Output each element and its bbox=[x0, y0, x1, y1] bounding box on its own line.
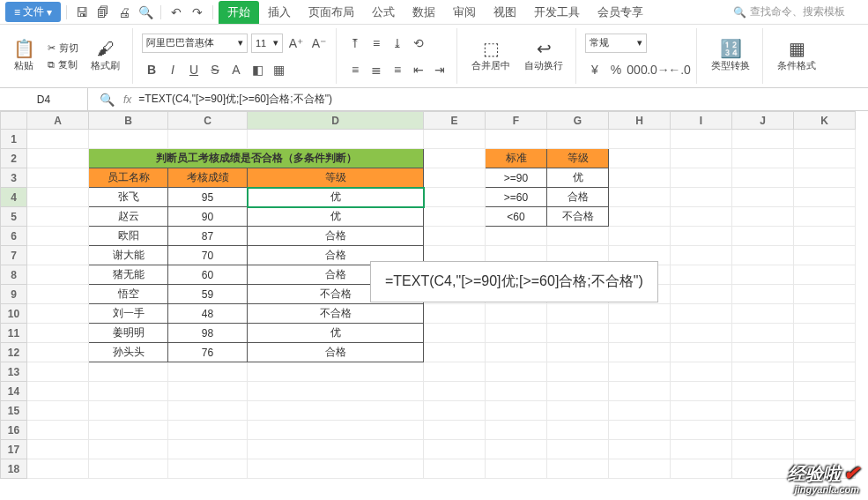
spreadsheet-grid[interactable]: ABCDEFGHIJK12判断员工考核成绩是否合格（多条件判断）标准等级3员工名… bbox=[0, 111, 868, 500]
cell-A18[interactable] bbox=[27, 459, 89, 479]
tab-6[interactable]: 视图 bbox=[485, 1, 525, 24]
cell-K1[interactable] bbox=[794, 130, 856, 149]
cell-A14[interactable] bbox=[27, 382, 89, 401]
align-bottom-icon[interactable]: ⤓ bbox=[388, 34, 407, 53]
cell-E4[interactable] bbox=[424, 188, 486, 207]
font-name-select[interactable]: 阿里巴巴普惠体▾ bbox=[142, 34, 248, 53]
cell-F4[interactable]: >=60 bbox=[486, 188, 547, 207]
cell-A8[interactable] bbox=[27, 265, 89, 285]
format-painter-button[interactable]: 🖌 格式刷 bbox=[85, 38, 125, 74]
cell-I9[interactable] bbox=[671, 285, 732, 304]
row-header-14[interactable]: 14 bbox=[1, 382, 27, 401]
cell-G4[interactable]: 合格 bbox=[547, 188, 609, 207]
paste-button[interactable]: 📋 粘贴 bbox=[7, 38, 41, 74]
cell-C1[interactable] bbox=[168, 130, 248, 149]
cell-C7[interactable]: 70 bbox=[168, 246, 248, 265]
file-menu[interactable]: ≡ 文件 ▾ bbox=[5, 2, 61, 22]
save-as-icon[interactable]: 🗐 bbox=[93, 3, 113, 22]
cell-K17[interactable] bbox=[794, 440, 856, 459]
cell-J7[interactable] bbox=[732, 246, 794, 265]
comma-icon[interactable]: 000 bbox=[627, 60, 647, 79]
cell-D6[interactable]: 合格 bbox=[248, 227, 424, 246]
cell-B5[interactable]: 赵云 bbox=[89, 207, 168, 227]
cell-G13[interactable] bbox=[547, 362, 609, 382]
cell-I1[interactable] bbox=[671, 130, 732, 149]
cell-I8[interactable] bbox=[671, 265, 732, 285]
cell-K10[interactable] bbox=[794, 304, 856, 324]
cell-H15[interactable] bbox=[609, 401, 671, 421]
select-all-corner[interactable] bbox=[1, 112, 27, 130]
cell-G16[interactable] bbox=[547, 421, 609, 440]
cell-B17[interactable] bbox=[89, 440, 168, 459]
cell-A7[interactable] bbox=[27, 246, 89, 265]
cell-G14[interactable] bbox=[547, 382, 609, 401]
font-size-select[interactable]: 11▾ bbox=[251, 34, 283, 53]
cell-B8[interactable]: 猪无能 bbox=[89, 265, 168, 285]
cut-button[interactable]: ✂剪切 bbox=[44, 41, 82, 56]
indent-inc-icon[interactable]: ⇥ bbox=[430, 60, 449, 79]
row-header-11[interactable]: 11 bbox=[1, 324, 27, 343]
cell-I10[interactable] bbox=[671, 304, 732, 324]
cell-A16[interactable] bbox=[27, 421, 89, 440]
percent-icon[interactable]: % bbox=[606, 60, 626, 79]
cell-B15[interactable] bbox=[89, 401, 168, 421]
cell-H4[interactable] bbox=[609, 188, 671, 207]
cell-D13[interactable] bbox=[248, 362, 424, 382]
cell-H17[interactable] bbox=[609, 440, 671, 459]
row-header-7[interactable]: 7 bbox=[1, 246, 27, 265]
inc-decimal-icon[interactable]: .0→ bbox=[649, 60, 668, 79]
cell-C4[interactable]: 95 bbox=[168, 188, 248, 207]
cell-E14[interactable] bbox=[424, 382, 486, 401]
cell-J10[interactable] bbox=[732, 304, 794, 324]
col-header-B[interactable]: B bbox=[89, 112, 168, 130]
cell-J4[interactable] bbox=[732, 188, 794, 207]
cell-K7[interactable] bbox=[794, 246, 856, 265]
cell-B10[interactable]: 刘一手 bbox=[89, 304, 168, 324]
cell-F10[interactable] bbox=[486, 304, 547, 324]
cell-C12[interactable]: 76 bbox=[168, 343, 248, 362]
cell-A17[interactable] bbox=[27, 440, 89, 459]
col-header-I[interactable]: I bbox=[671, 112, 732, 130]
cell-F14[interactable] bbox=[486, 382, 547, 401]
cell-K6[interactable] bbox=[794, 227, 856, 246]
cell-D14[interactable] bbox=[248, 382, 424, 401]
cell-A6[interactable] bbox=[27, 227, 89, 246]
cell-D17[interactable] bbox=[248, 440, 424, 459]
cell-I12[interactable] bbox=[671, 343, 732, 362]
cell-D16[interactable] bbox=[248, 421, 424, 440]
cell-A4[interactable] bbox=[27, 188, 89, 207]
cell-H5[interactable] bbox=[609, 207, 671, 227]
formula-input[interactable]: =TEXT(C4,"[>=90]优;[>=60]合格;不合格") bbox=[138, 92, 332, 107]
col-header-J[interactable]: J bbox=[732, 112, 794, 130]
cell-J15[interactable] bbox=[732, 401, 794, 421]
cell-K16[interactable] bbox=[794, 421, 856, 440]
cell-I17[interactable] bbox=[671, 440, 732, 459]
row-header-6[interactable]: 6 bbox=[1, 227, 27, 246]
cell-F11[interactable] bbox=[486, 324, 547, 343]
cell-K13[interactable] bbox=[794, 362, 856, 382]
cell-I5[interactable] bbox=[671, 207, 732, 227]
wrap-text-button[interactable]: ↩ 自动换行 bbox=[519, 38, 568, 74]
tab-3[interactable]: 公式 bbox=[363, 1, 404, 24]
cell-E6[interactable] bbox=[424, 227, 486, 246]
cell-H11[interactable] bbox=[609, 324, 671, 343]
cell-I15[interactable] bbox=[671, 401, 732, 421]
cell-G5[interactable]: 不合格 bbox=[547, 207, 609, 227]
cell-J8[interactable] bbox=[732, 265, 794, 285]
cell-J9[interactable] bbox=[732, 285, 794, 304]
cell-E11[interactable] bbox=[424, 324, 486, 343]
cell-B2[interactable]: 判断员工考核成绩是否合格（多条件判断） bbox=[89, 149, 424, 168]
cell-C5[interactable]: 90 bbox=[168, 207, 248, 227]
row-header-9[interactable]: 9 bbox=[1, 285, 27, 304]
cell-I14[interactable] bbox=[671, 382, 732, 401]
cell-A10[interactable] bbox=[27, 304, 89, 324]
cell-I7[interactable] bbox=[671, 246, 732, 265]
cell-E18[interactable] bbox=[424, 459, 486, 479]
cell-H1[interactable] bbox=[609, 130, 671, 149]
row-header-17[interactable]: 17 bbox=[1, 440, 27, 459]
cell-J5[interactable] bbox=[732, 207, 794, 227]
cell-D12[interactable]: 合格 bbox=[248, 343, 424, 362]
cell-B11[interactable]: 姜明明 bbox=[89, 324, 168, 343]
cell-I6[interactable] bbox=[671, 227, 732, 246]
border-button[interactable]: ▦ bbox=[269, 60, 288, 79]
